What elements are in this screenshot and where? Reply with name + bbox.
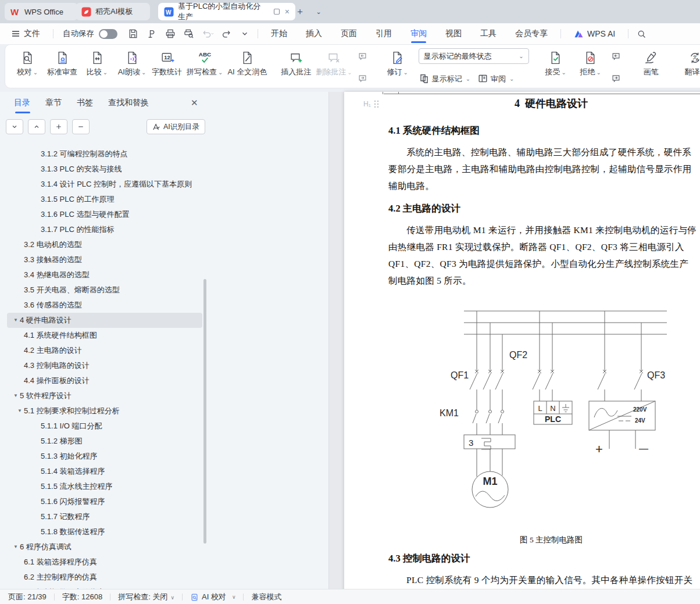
markup-state-select[interactable]: 显示标记的最终状态 ⌄ xyxy=(419,48,529,64)
insert-comment-button[interactable]: 插入批注 xyxy=(278,48,313,77)
toc-item[interactable]: 6.3 闪烁报警程序的仿真 xyxy=(7,585,202,589)
autosave-toggle[interactable] xyxy=(99,29,117,39)
toc-item[interactable]: ▼6 程序仿真调试 xyxy=(7,539,202,555)
toc-item[interactable]: 5.1.3 初始化程序 xyxy=(7,449,202,464)
next-change-icon[interactable] xyxy=(609,72,623,85)
toc-item[interactable]: 3.1.3 PLC 的安装与接线 xyxy=(7,162,202,177)
translate-button[interactable]: 文A 翻译⌄ xyxy=(678,48,700,78)
collapse-all-button[interactable] xyxy=(72,119,90,134)
sidebar-tab-bookmarks[interactable]: 书签 xyxy=(77,98,93,113)
toc-item[interactable]: 5.1.2 梯形图 xyxy=(7,434,202,449)
sidebar-tab-chapters[interactable]: 章节 xyxy=(45,98,62,113)
figure-caption[interactable]: 图 5 主控制电路图 xyxy=(344,535,700,545)
sidebar-tab-contents[interactable]: 目录 xyxy=(14,98,30,113)
standard-review-button[interactable]: 标准审查 xyxy=(45,48,80,77)
previous-comment-icon[interactable] xyxy=(356,50,370,63)
new-tab-button[interactable]: ＋ xyxy=(293,5,307,19)
print-icon[interactable] xyxy=(163,26,178,41)
redo-icon[interactable] xyxy=(219,26,234,41)
proofread-button[interactable]: 校对⌄ xyxy=(10,48,45,78)
compatibility-mode-indicator[interactable]: 兼容模式 xyxy=(251,592,281,602)
menu-item-home[interactable]: 开始 xyxy=(262,24,297,44)
ai-recognize-toc-button[interactable]: AI识别目录 xyxy=(147,119,205,134)
next-heading-button[interactable] xyxy=(6,119,23,134)
export-pdf-icon[interactable] xyxy=(144,26,159,41)
toc-item[interactable]: 5.1.4 装箱选择程序 xyxy=(7,464,202,479)
toc-item[interactable]: 6.1 装箱选择程序仿真 xyxy=(7,555,202,570)
tab-list-dropdown-icon[interactable]: ⌄ xyxy=(312,5,326,19)
toc-item[interactable]: 6.2 主控制程序的仿真 xyxy=(7,570,202,585)
toc-item[interactable]: 3.3 接触器的选型 xyxy=(7,252,202,267)
tab-wps-office[interactable]: W WPS Office xyxy=(5,3,78,20)
menu-item-reference[interactable]: 引用 xyxy=(366,24,401,44)
body-line[interactable]: 辅助电路。 xyxy=(388,180,434,192)
toc-item[interactable]: ▼5 软件程序设计 xyxy=(7,388,202,403)
spell-check-button[interactable]: ABC 拼写检查⌄ xyxy=(184,48,225,78)
ai-read-button[interactable]: AI朗读⌄ xyxy=(115,48,149,78)
toc-item[interactable]: 4.1 系统硬件结构框图 xyxy=(7,328,202,343)
close-pane-icon[interactable]: ✕ xyxy=(191,98,198,108)
document-page[interactable]: H₁ 4 硬件电路设计 4.1 系统硬件结构框图 系统的主电路、控制电路、辅助电… xyxy=(344,92,700,592)
word-count-indicator[interactable]: 字数: 12608 xyxy=(62,592,102,602)
sidebar-tab-find-replace[interactable]: 查找和替换 xyxy=(108,98,149,113)
caret-down-icon[interactable]: ▼ xyxy=(12,539,20,555)
delete-comment-button[interactable]: 删除批注⌄ xyxy=(313,48,354,78)
ink-brush-button[interactable]: 画笔 xyxy=(634,48,669,77)
menu-item-member[interactable]: 会员专享 xyxy=(506,24,557,44)
undo-icon[interactable] xyxy=(200,26,215,41)
tab-docer-ai[interactable]: 稻壳AI模板 xyxy=(76,3,150,20)
toc-item[interactable]: ▼4 硬件电路设计 xyxy=(7,313,202,328)
ai-proofread-status[interactable]: AI 校对∨ xyxy=(190,592,236,602)
toc-item[interactable]: 3.4 热继电器的选型 xyxy=(7,267,202,283)
sidebar-scrollbar[interactable] xyxy=(203,279,206,544)
file-menu[interactable]: 文件 xyxy=(0,24,49,44)
body-line[interactable]: PLC 控制系统有 9 个均为开关量的输入信号。其中各种单操作按钮开关 xyxy=(388,574,692,587)
toc-item[interactable]: 4.3 控制电路的设计 xyxy=(7,358,202,373)
toc-item[interactable]: 3.1.2 可编程控制器的特点 xyxy=(7,146,202,162)
previous-change-icon[interactable] xyxy=(609,50,623,63)
caret-down-icon[interactable]: ▼ xyxy=(16,403,24,419)
toc-item[interactable]: 3.2 电动机的选型 xyxy=(7,237,202,252)
toc-item[interactable]: 5.1.5 流水线主控程序 xyxy=(7,479,202,494)
toc-item[interactable]: 3.5 开关电器、熔断器的选型 xyxy=(7,283,202,298)
previous-heading-button[interactable] xyxy=(28,119,45,134)
expand-all-button[interactable] xyxy=(50,119,67,134)
accept-change-button[interactable]: 接受⌄ xyxy=(538,48,573,78)
search-icon[interactable] xyxy=(634,26,649,41)
menu-item-page[interactable]: 页面 xyxy=(331,24,366,44)
wps-ai-button[interactable]: WPS AI xyxy=(565,24,624,44)
chapter-heading[interactable]: 4 硬件电路设计 xyxy=(344,97,700,110)
close-tab-icon[interactable]: × xyxy=(285,7,290,16)
toc-item[interactable]: 5.1.8 数据传送程序 xyxy=(7,524,202,539)
toc-item[interactable]: ▼5.1 控制要求和控制过程分析 xyxy=(7,403,202,419)
page-indicator[interactable]: 页面: 21/39 xyxy=(8,592,47,602)
body-line[interactable]: QF1、QF2、QF3 为电路提供短路保护。小型自动化分生产线控制系统生产 xyxy=(388,258,688,270)
menu-item-view[interactable]: 视图 xyxy=(436,24,471,44)
menu-item-tools[interactable]: 工具 xyxy=(471,24,506,44)
toc-item[interactable]: 3.1.4 设计 PLC 控制时，应遵循以下基本原则 xyxy=(7,177,202,192)
toc-item[interactable]: 5.1.1 I/O 端口分配 xyxy=(7,419,202,434)
menu-item-review[interactable]: 审阅 xyxy=(401,24,436,44)
body-line[interactable]: 要部分是主电路，主电路和辅助电路由控制电路控制，起辅助信号显示作用 xyxy=(388,163,691,176)
reject-change-button[interactable]: 拒绝⌄ xyxy=(573,48,608,78)
toolbar-more-dropdown-icon[interactable] xyxy=(237,26,252,41)
menu-item-insert[interactable]: 插入 xyxy=(297,24,331,44)
main-circuit-diagram[interactable]: QF1 QF2 QF3 KM1 3 M1 L N PLC 220V 24V + … xyxy=(401,301,674,534)
section-4-2-heading[interactable]: 4.2 主电路的设计 xyxy=(388,202,460,215)
show-markup-button[interactable]: 显示标记 ⌄ xyxy=(419,73,470,84)
section-4-3-heading[interactable]: 4.3 控制电路的设计 xyxy=(388,552,470,565)
body-line[interactable]: 传送带用电动机 M1 来运行，并用接触器 KM1 来控制电动机的运行与停 xyxy=(388,224,697,237)
toc-item[interactable]: 3.1.5 PLC 的工作原理 xyxy=(7,192,202,207)
review-pane-button[interactable]: 审阅 ⌄ xyxy=(477,73,514,84)
word-count-button[interactable]: 12 字数统计 xyxy=(149,48,184,77)
toc-item[interactable]: 3.1.6 PLC 选型与硬件配置 xyxy=(7,207,202,222)
toc-item[interactable]: 3.1.7 PLC 的性能指标 xyxy=(7,222,202,237)
save-icon[interactable] xyxy=(126,26,141,41)
toc-item[interactable]: 4.2 主电路的设计 xyxy=(7,343,202,358)
toc-item[interactable]: 3.6 传感器的选型 xyxy=(7,298,202,313)
caret-down-icon[interactable]: ▼ xyxy=(12,313,20,328)
next-comment-icon[interactable] xyxy=(356,72,370,85)
track-changes-button[interactable]: 修订⌄ xyxy=(380,48,415,78)
body-line[interactable]: 制电路如图 5 所示。 xyxy=(388,275,472,287)
print-preview-icon[interactable] xyxy=(181,26,197,41)
